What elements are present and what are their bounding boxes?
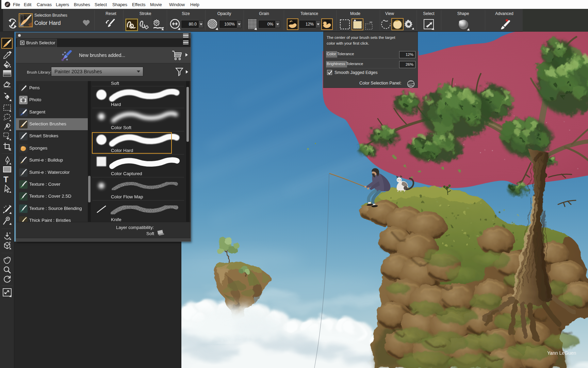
svg-text:Knife: Knife — [111, 217, 121, 222]
svg-text:Soft: Soft — [111, 81, 119, 86]
svg-text:Yann LeGuen: Yann LeGuen — [547, 350, 576, 356]
svg-text:Color Flow Map: Color Flow Map — [111, 194, 143, 199]
svg-text:Color Soft: Color Soft — [111, 125, 131, 130]
svg-text:Color Hard: Color Hard — [111, 148, 133, 153]
svg-text:Hard: Hard — [111, 102, 121, 107]
svg-text:Color Captured: Color Captured — [111, 171, 142, 176]
